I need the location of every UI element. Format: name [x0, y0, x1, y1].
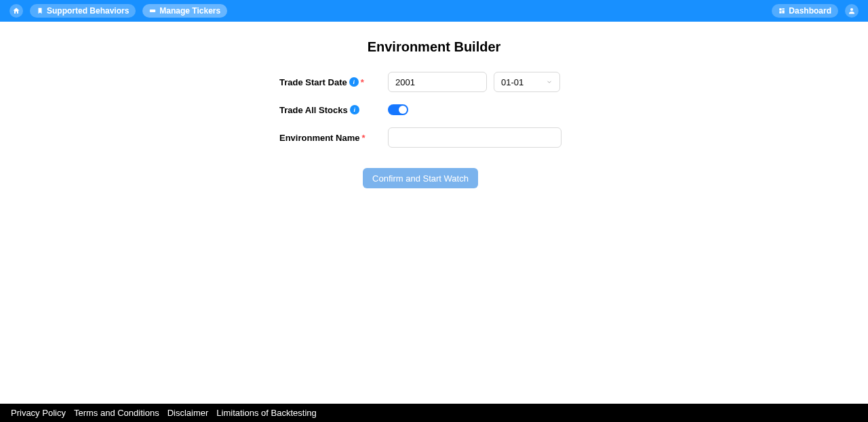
trade-start-date-row: Trade Start Date i * 01-01: [279, 72, 561, 92]
user-icon: [848, 7, 856, 15]
label-text: Environment Name: [279, 133, 359, 143]
nav-item-label: Manage Tickers: [159, 6, 220, 16]
main-content: Environment Builder Trade Start Date i *…: [0, 22, 868, 404]
ticket-icon: [149, 7, 156, 14]
home-button[interactable]: [9, 4, 23, 18]
footer-limitations[interactable]: Limitations of Backtesting: [216, 408, 316, 418]
trade-all-stocks-row: Trade All Stocks i: [279, 104, 561, 115]
required-asterisk: *: [361, 77, 364, 87]
nav-item-label: Dashboard: [789, 6, 831, 16]
year-input[interactable]: [388, 72, 487, 92]
footer-privacy-policy[interactable]: Privacy Policy: [11, 408, 66, 418]
info-icon[interactable]: i: [349, 77, 359, 87]
top-navbar: Supported Behaviors Manage Tickers Dashb…: [0, 0, 868, 22]
svg-point-0: [850, 8, 853, 11]
chevron-down-icon: [546, 79, 553, 85]
trade-all-stocks-controls: [388, 104, 561, 115]
user-account-button[interactable]: [845, 4, 859, 18]
label-text: Trade Start Date: [279, 77, 347, 87]
page-title: Environment Builder: [368, 39, 501, 55]
label-text: Trade All Stocks: [279, 105, 348, 115]
trade-start-date-label: Trade Start Date i *: [279, 77, 388, 87]
footer-terms[interactable]: Terms and Conditions: [74, 408, 159, 418]
info-icon[interactable]: i: [350, 105, 359, 114]
footer: Privacy Policy Terms and Conditions Disc…: [0, 404, 868, 422]
required-asterisk: *: [361, 133, 365, 143]
trade-start-date-controls: 01-01: [388, 72, 561, 92]
environment-name-row: Environment Name*: [279, 127, 561, 148]
nav-supported-behaviors[interactable]: Supported Behaviors: [30, 4, 136, 18]
confirm-start-watch-button[interactable]: Confirm and Start Watch: [363, 168, 478, 188]
environment-name-controls: [388, 127, 561, 148]
home-icon: [12, 7, 20, 15]
environment-name-input[interactable]: [388, 127, 561, 148]
select-value: 01-01: [501, 77, 524, 87]
date-select[interactable]: 01-01: [494, 72, 560, 92]
environment-form: Trade Start Date i * 01-01 Trade All Sto…: [279, 72, 561, 188]
trade-all-stocks-label: Trade All Stocks i: [279, 105, 388, 115]
trade-all-stocks-toggle[interactable]: [388, 104, 408, 115]
nav-manage-tickers[interactable]: Manage Tickers: [142, 4, 227, 18]
nav-item-label: Supported Behaviors: [47, 6, 129, 16]
bookmark-icon: [37, 7, 43, 14]
navbar-left: Supported Behaviors Manage Tickers: [9, 4, 227, 18]
submit-row: Confirm and Start Watch: [279, 168, 561, 188]
environment-name-label: Environment Name*: [279, 133, 388, 143]
footer-disclaimer[interactable]: Disclaimer: [167, 408, 209, 418]
nav-dashboard[interactable]: Dashboard: [772, 4, 838, 18]
navbar-right: Dashboard: [772, 4, 859, 18]
dashboard-icon: [778, 7, 785, 14]
